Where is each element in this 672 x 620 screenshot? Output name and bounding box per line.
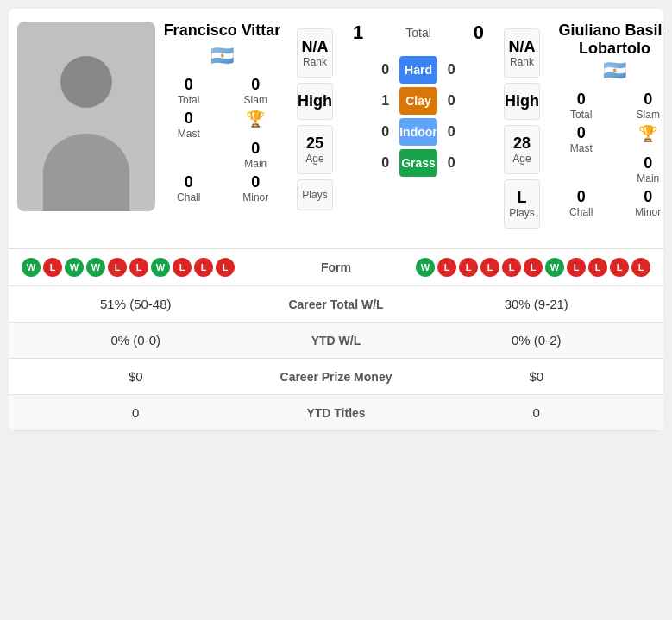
stats-row-center-0: Career Total W/L — [250, 297, 423, 311]
left-main-cell: 0 Main — [227, 140, 286, 170]
right-mast-label: Mast — [570, 142, 593, 154]
right-trophy-cell: 🏆 — [619, 124, 664, 154]
right-form-badge-1: L — [437, 258, 456, 277]
left-mast-value: 0 — [185, 110, 193, 128]
stats-row-1: 0% (0-0) YTD W/L 0% (0-2) — [9, 323, 663, 359]
left-main-value: 0 — [251, 140, 260, 158]
main-card: Francisco Vittar 🇦🇷 0 Total 0 Slam 0 Mas… — [9, 9, 663, 431]
left-total-score: 1 — [345, 22, 371, 44]
left-form-badge-1: L — [43, 258, 62, 277]
right-plays-value: L — [505, 189, 539, 207]
left-trophy-icon: 🏆 — [246, 110, 265, 128]
left-form-badge-2: W — [65, 258, 84, 277]
right-main-value: 0 — [644, 154, 652, 172]
left-rank-value: N/A — [298, 38, 332, 56]
right-rank-block: N/A Rank — [504, 28, 540, 78]
right-form-badge-9: L — [610, 258, 629, 277]
left-total-value: 0 — [185, 76, 193, 94]
right-plays-block: L Plays — [504, 179, 540, 229]
top-section: Francisco Vittar 🇦🇷 0 Total 0 Slam 0 Mas… — [9, 9, 663, 248]
stats-row-left-3: 0 — [22, 405, 250, 420]
stats-row-left-0: 51% (50-48) — [22, 297, 250, 311]
right-mast-cell: 0 Mast — [552, 124, 611, 154]
stats-row-left-2: $0 — [22, 369, 250, 384]
left-minor-value: 0 — [251, 173, 260, 191]
left-mast2-cell — [160, 140, 218, 170]
left-chall-cell: 0 Chall — [160, 173, 218, 204]
court-btn-clay[interactable]: Clay — [399, 87, 437, 115]
left-minor-cell: 0 Minor — [227, 173, 286, 204]
left-high-block: High — [297, 83, 333, 120]
right-slam-value: 0 — [644, 91, 652, 109]
total-score-row: 1 Total 0 — [345, 22, 492, 44]
left-form-badge-9: L — [216, 258, 235, 277]
right-form-badge-7: L — [567, 258, 586, 277]
stats-row-left-1: 0% (0-0) — [22, 333, 250, 348]
court-row-clay: 1 Clay 0 — [374, 87, 462, 115]
court-row-indoor: 0 Indoor 0 — [374, 118, 462, 146]
left-form-badge-8: L — [194, 258, 213, 277]
stats-row-0: 51% (50-48) Career Total W/L 30% (9-21) — [9, 286, 663, 323]
right-form-badge-10: L — [631, 258, 650, 277]
court-btn-hard[interactable]: Hard — [399, 56, 437, 84]
left-form-badge-5: L — [129, 258, 148, 277]
right-mast2-cell — [552, 154, 611, 185]
court-left-score-hard: 0 — [374, 62, 396, 78]
left-mast-cell: 0 Mast — [160, 110, 218, 140]
left-player-name: Francisco Vittar — [164, 22, 281, 40]
right-high-value: High — [505, 92, 539, 110]
right-chall-value: 0 — [577, 188, 586, 206]
right-total-value: 0 — [577, 91, 586, 109]
court-left-score-grass: 0 — [374, 155, 396, 171]
total-label: Total — [405, 26, 431, 40]
right-form-badge-0: W — [416, 258, 435, 277]
right-total-score: 0 — [466, 22, 492, 44]
right-main-cell: 0 Main — [619, 154, 664, 185]
stats-row-right-0: 30% (9-21) — [423, 297, 651, 311]
left-form-badge-6: W — [151, 258, 170, 277]
court-btn-grass[interactable]: Grass — [399, 149, 437, 177]
right-rank-value: N/A — [505, 38, 539, 56]
right-slam-label: Slam — [637, 109, 660, 121]
form-label: Form — [285, 260, 388, 274]
right-minor-value: 0 — [644, 188, 652, 206]
left-slam-label: Slam — [244, 94, 267, 106]
right-age-label: Age — [505, 153, 539, 165]
stats-table: 51% (50-48) Career Total W/L 30% (9-21) … — [9, 285, 663, 431]
left-total-label: Total — [178, 94, 199, 106]
left-slam-cell: 0 Slam — [227, 76, 286, 106]
right-minor-cell: 0 Minor — [619, 188, 664, 218]
right-middle-block: N/A Rank High 28 Age L Plays — [499, 22, 544, 235]
stats-row-center-2: Career Prize Money — [250, 370, 423, 384]
left-total-cell: 0 Total — [160, 76, 218, 106]
stats-row-right-3: 0 — [423, 405, 651, 420]
left-form-badge-4: L — [108, 258, 127, 277]
left-form-badge-7: L — [173, 258, 192, 277]
left-form-badges: WLWWLLWLLL — [22, 258, 285, 277]
left-plays-block: Plays — [297, 179, 333, 210]
court-right-score-grass: 0 — [441, 155, 462, 171]
stats-row-3: 0 YTD Titles 0 — [9, 395, 663, 431]
right-total-cell: 0 Total — [552, 91, 611, 121]
left-rank-block: N/A Rank — [297, 28, 333, 78]
court-btn-indoor[interactable]: Indoor — [399, 118, 437, 146]
right-minor-label: Minor — [635, 206, 661, 218]
court-row-grass: 0 Grass 0 — [374, 149, 462, 177]
right-form-badge-5: L — [524, 258, 543, 277]
left-player-avatar — [17, 22, 155, 211]
left-rank-label: Rank — [298, 56, 332, 68]
left-high-value: High — [298, 92, 332, 110]
right-chall-label: Chall — [569, 206, 593, 218]
court-rows: 0 Hard 0 1 Clay 0 0 Indoor 0 0 Grass 0 — [374, 53, 462, 180]
right-player-flag: 🇦🇷 — [603, 59, 626, 82]
left-age-label: Age — [298, 153, 332, 165]
right-player-name: Giuliano Basile Lobartolo — [552, 22, 663, 58]
stats-row-2: $0 Career Prize Money $0 — [9, 359, 663, 395]
left-player-flag: 🇦🇷 — [210, 45, 234, 67]
stats-row-center-1: YTD W/L — [250, 334, 423, 348]
stats-row-right-1: 0% (0-2) — [423, 333, 651, 348]
left-plays-label: Plays — [298, 189, 332, 201]
left-chall-value: 0 — [185, 173, 193, 191]
court-right-score-hard: 0 — [441, 62, 462, 78]
left-middle-block: N/A Rank High 25 Age Plays — [292, 22, 337, 235]
